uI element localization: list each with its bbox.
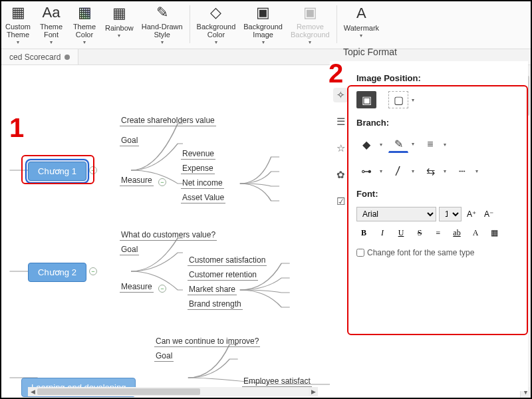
node-text[interactable]: Expense — [181, 164, 215, 174]
node-text[interactable]: Goal — [120, 245, 139, 255]
ribbon-theme-font[interactable]: AaThemeFont▾ — [35, 3, 68, 46]
horizontal-scrollbar[interactable]: ◀ ▶ — [28, 387, 318, 396]
ribbon-background-color[interactable]: ◇BackgroundColor▾ — [193, 3, 240, 46]
italic-button[interactable]: I — [375, 225, 390, 240]
branch-dash-button[interactable]: ┄▾ — [452, 162, 472, 180]
panel-title: Topic Format — [343, 47, 397, 57]
branch-edit-button[interactable]: ✎▾ — [388, 136, 408, 153]
panel-tab-strip: ✧ ☰ ☆ ✿ ☑ — [330, 88, 351, 209]
node-text[interactable]: Brand strength — [188, 299, 243, 310]
panel-tab-style-icon[interactable]: ✧ — [333, 88, 348, 102]
ribbon-remove-background: ▣RemoveBackground▾ — [287, 3, 334, 46]
more-format-button[interactable]: ▦ — [487, 225, 501, 240]
node-text[interactable]: Create shareholders value — [120, 116, 216, 126]
branch-connector-button[interactable]: ⊶▾ — [356, 162, 376, 180]
background-icon: ▣ — [256, 4, 270, 21]
node-text[interactable]: Market share — [188, 285, 237, 295]
chevron-down-icon: ▾ — [215, 39, 217, 45]
ribbon-background-image[interactable]: ▣BackgroundImage▾ — [239, 3, 287, 46]
section-image-position: Image Position: — [356, 73, 521, 83]
chevron-down-icon: ▾ — [17, 39, 19, 45]
custom-icon: ▦ — [11, 4, 25, 21]
ribbon-hand-drawn-style[interactable]: ✎Hand-DrawnStyle▾ — [138, 3, 187, 46]
chevron-down-icon: ▾ — [309, 39, 311, 45]
section-branch: Branch: — [356, 118, 521, 128]
node-text[interactable]: Customer retention — [188, 270, 258, 281]
watermark-icon: A — [356, 4, 366, 23]
chevron-down-icon: ▾ — [83, 39, 86, 45]
hand-drawn-icon: ✎ — [156, 4, 168, 21]
node-text[interactable]: Net income — [181, 178, 224, 189]
section-font: Font: — [356, 189, 521, 199]
node-text[interactable]: Goal — [120, 136, 139, 146]
node-text[interactable]: Customer satisfaction — [188, 255, 267, 266]
node-chapter-2[interactable]: Chương 2 — [28, 263, 86, 282]
same-type-checkbox-row[interactable]: Change font for the same type — [356, 248, 521, 257]
tab-modified-dot — [65, 55, 70, 60]
chevron-down-icon: ▾ — [50, 39, 53, 45]
chevron-down-icon: ▾ — [360, 33, 362, 39]
ribbon-toolbar: ▦CustomTheme▾AaThemeFont▾▦ThemeColor▾▦Ra… — [1, 1, 531, 49]
font-grow-button[interactable]: A⁺ — [464, 207, 479, 221]
font-color-button[interactable]: A — [468, 225, 483, 240]
font-size-select[interactable]: 12 — [439, 207, 462, 221]
chevron-down-icon: ▾ — [161, 39, 164, 45]
font-family-select[interactable]: Arial — [356, 207, 436, 221]
align-button[interactable]: ≡ — [431, 225, 446, 240]
theme-icon: ▦ — [78, 4, 92, 21]
expander-measure2[interactable] — [158, 285, 166, 293]
theme-icon: Aa — [43, 4, 61, 21]
image-position-solid-button[interactable]: ▣ — [356, 91, 376, 108]
branch-line-weight-button[interactable]: ≡▾ — [420, 136, 440, 153]
scroll-right-icon[interactable]: ▶ — [309, 387, 318, 396]
background-icon: ◇ — [210, 4, 221, 21]
panel-tab-list-icon[interactable]: ☰ — [333, 114, 348, 129]
bold-button[interactable]: B — [356, 225, 371, 240]
ribbon-custom-theme[interactable]: ▦CustomTheme▾ — [1, 3, 35, 46]
node-text[interactable]: What do customers value? — [120, 230, 217, 241]
ribbon-watermark[interactable]: AWatermark▾ — [340, 3, 383, 46]
panel-tab-check-icon[interactable]: ☑ — [333, 194, 348, 209]
chevron-down-icon: ▾ — [262, 39, 265, 45]
same-type-checkbox[interactable] — [356, 249, 364, 257]
annotation-marker-2: 2 — [329, 59, 343, 88]
node-chapter-1[interactable]: Chương 1 — [28, 162, 86, 181]
remove-icon: ▣ — [303, 4, 317, 21]
expander-ch1[interactable] — [89, 166, 97, 174]
node-text[interactable]: Goal — [154, 351, 174, 362]
underline-button[interactable]: U — [394, 225, 408, 240]
branch-spacing-button[interactable]: ⇆▾ — [420, 162, 440, 180]
tab-label: ced Scorecard — [9, 53, 61, 62]
rainbow-icon: ▦ — [112, 4, 126, 23]
annotation-marker-1: 1 — [9, 113, 24, 143]
branch-fill-button[interactable]: ◆▾ — [356, 136, 376, 153]
image-position-outline-button[interactable]: ▢▾ — [388, 91, 408, 108]
node-text[interactable]: Measure — [120, 176, 154, 186]
chevron-down-icon: ▾ — [118, 33, 120, 39]
strike-button[interactable]: S — [412, 225, 427, 240]
ribbon-theme-color[interactable]: ▦ThemeColor▾ — [68, 3, 101, 46]
same-type-label: Change font for the same type — [367, 248, 474, 257]
branch-curve-button[interactable]: 〳▾ — [388, 162, 408, 180]
node-text[interactable]: Measure — [120, 282, 154, 293]
expander-measure1[interactable] — [158, 178, 166, 186]
tab-scorecard[interactable]: ced Scorecard — [1, 49, 78, 65]
node-text[interactable]: Employee satisfact — [242, 376, 312, 387]
node-text[interactable]: Asset Value — [181, 193, 225, 203]
highlight-button[interactable]: ab — [450, 225, 464, 240]
node-text[interactable]: Can we continue to improve? — [154, 336, 260, 347]
panel-tab-star-icon[interactable]: ☆ — [333, 141, 348, 156]
format-panel: Topic Format ✧ ☰ ☆ ✿ ☑ Image Position: ▣… — [330, 61, 528, 391]
font-shrink-button[interactable]: A⁻ — [481, 207, 496, 221]
expander-ch2[interactable] — [89, 267, 97, 275]
node-text[interactable]: Revenue — [181, 149, 215, 160]
scroll-left-icon[interactable]: ◀ — [28, 387, 37, 396]
panel-tab-clover-icon[interactable]: ✿ — [333, 168, 348, 182]
ribbon-rainbow[interactable]: ▦Rainbow▾ — [101, 3, 138, 46]
